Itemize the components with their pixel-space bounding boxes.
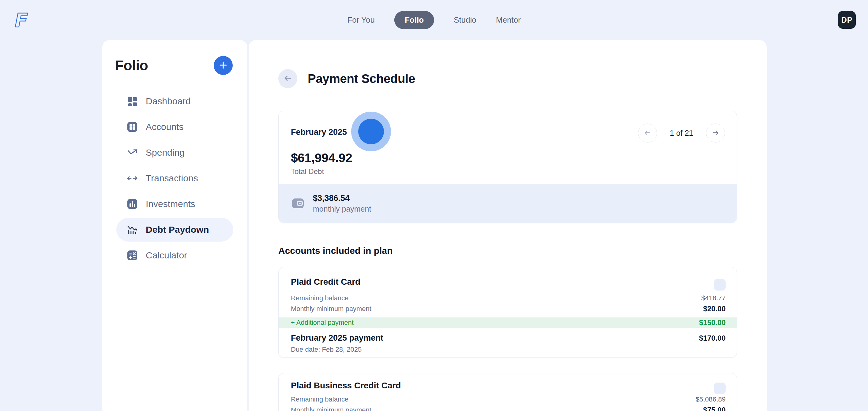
total-debt-value: $61,994.92 xyxy=(291,151,352,165)
minimum-payment-label: Monthly minimum payment xyxy=(291,305,371,313)
sidebar-item-label: Dashboard xyxy=(146,96,191,106)
sidebar-item-label: Transactions xyxy=(146,173,198,183)
minimum-payment-label: Monthly minimum payment xyxy=(291,406,371,411)
accounts-section-heading: Accounts included in plan xyxy=(278,246,737,256)
additional-payment-row: + Additional payment $150.00 xyxy=(279,317,737,328)
month-pager: 1 of 21 xyxy=(638,124,725,142)
remaining-balance-row: Remaining balance $418.77 xyxy=(279,294,737,302)
monthly-payment-strip: $3,386.54 monthly payment xyxy=(279,184,737,223)
tab-folio[interactable]: Folio xyxy=(394,11,434,29)
svg-text:F: F xyxy=(12,9,30,31)
additional-payment-label: + Additional payment xyxy=(291,319,353,327)
wallet-icon xyxy=(291,196,305,211)
account-title: Plaid Business Credit Card xyxy=(291,381,401,390)
remaining-balance-label: Remaining balance xyxy=(291,294,348,302)
sidebar: Folio Dashboard xyxy=(102,40,247,411)
total-debt-label: Total Debt xyxy=(291,167,324,176)
page-header: Payment Schedule xyxy=(278,69,737,88)
account-card[interactable]: Plaid Credit Card Remaining balance $418… xyxy=(278,267,737,358)
tab-studio[interactable]: Studio xyxy=(454,15,476,25)
primary-nav: For You Folio Studio Mentor xyxy=(347,0,521,40)
sidebar-item-label: Accounts xyxy=(146,122,183,132)
sidebar-item-label: Calculator xyxy=(146,250,187,261)
month-selector[interactable]: February 2025 xyxy=(291,128,357,137)
month-payment-label: February 2025 payment xyxy=(291,333,383,343)
debt-paydown-icon xyxy=(127,224,138,235)
add-button[interactable] xyxy=(214,56,233,75)
minimum-payment-value: $20.00 xyxy=(703,305,725,313)
sidebar-item-transactions[interactable]: Transactions xyxy=(116,166,233,190)
sidebar-item-label: Spending xyxy=(146,147,185,158)
sidebar-nav: Dashboard Accounts Spendi xyxy=(102,89,247,267)
sidebar-item-dashboard[interactable]: Dashboard xyxy=(116,89,233,113)
remaining-balance-value: $5,086.89 xyxy=(695,396,725,403)
remaining-balance-value: $418.77 xyxy=(701,294,725,302)
sidebar-header: Folio xyxy=(102,40,247,75)
avatar[interactable]: DP xyxy=(838,11,856,29)
sidebar-item-label: Debt Paydown xyxy=(146,225,209,235)
dashboard-icon xyxy=(127,96,138,107)
tab-mentor[interactable]: Mentor xyxy=(496,15,521,25)
month-payment-row: February 2025 payment $170.00 xyxy=(279,333,737,343)
investments-icon xyxy=(127,199,138,209)
account-badge xyxy=(714,383,725,394)
back-button[interactable] xyxy=(278,69,297,88)
back-arrow-icon xyxy=(283,74,292,84)
month-payment-value: $170.00 xyxy=(699,334,725,343)
calculator-icon xyxy=(127,250,138,261)
month-selector-label: February 2025 xyxy=(291,128,347,137)
prev-month-button[interactable] xyxy=(638,124,657,142)
pagination-label: 1 of 21 xyxy=(670,129,693,138)
remaining-balance-row: Remaining balance $5,086.89 xyxy=(279,396,737,403)
minimum-payment-row: Monthly minimum payment $75.00 xyxy=(279,406,737,411)
account-title: Plaid Credit Card xyxy=(291,277,360,287)
remaining-balance-label: Remaining balance xyxy=(291,396,348,403)
tab-for-you[interactable]: For You xyxy=(347,15,375,25)
sidebar-item-debt-paydown[interactable]: Debt Paydown xyxy=(116,218,233,242)
transactions-arrows-icon xyxy=(127,173,138,184)
sidebar-item-label: Investments xyxy=(146,199,195,209)
due-date: Due date: Feb 28, 2025 xyxy=(279,346,737,353)
payment-schedule-card: February 2025 xyxy=(278,111,737,223)
plus-icon xyxy=(219,61,228,71)
additional-payment-value: $150.00 xyxy=(699,318,725,327)
spending-trend-icon xyxy=(127,147,138,158)
monthly-payment-value: $3,386.54 xyxy=(313,194,371,203)
progress-circle xyxy=(351,112,391,151)
minimum-payment-row: Monthly minimum payment $20.00 xyxy=(279,305,737,313)
next-arrow-icon xyxy=(711,129,720,138)
top-bar: F For You Folio Studio Mentor DP xyxy=(0,0,868,40)
sidebar-item-accounts[interactable]: Accounts xyxy=(116,115,233,139)
account-badge xyxy=(714,279,725,290)
sidebar-item-spending[interactable]: Spending xyxy=(116,141,233,165)
page-title: Payment Schedule xyxy=(308,72,415,85)
next-month-button[interactable] xyxy=(706,124,725,142)
sidebar-item-investments[interactable]: Investments xyxy=(116,192,233,216)
sidebar-item-calculator[interactable]: Calculator xyxy=(116,243,233,267)
monthly-payment-label: monthly payment xyxy=(313,205,371,213)
account-card[interactable]: Plaid Business Credit Card Remaining bal… xyxy=(278,373,737,411)
folio-logo-icon[interactable]: F xyxy=(12,8,33,32)
prev-arrow-icon xyxy=(643,129,652,138)
minimum-payment-value: $75.00 xyxy=(703,406,725,411)
progress-circle-inner xyxy=(358,118,384,144)
main-panel: Payment Schedule February 2025 xyxy=(249,40,767,411)
accounts-icon xyxy=(127,122,138,132)
sidebar-title: Folio xyxy=(115,57,148,74)
